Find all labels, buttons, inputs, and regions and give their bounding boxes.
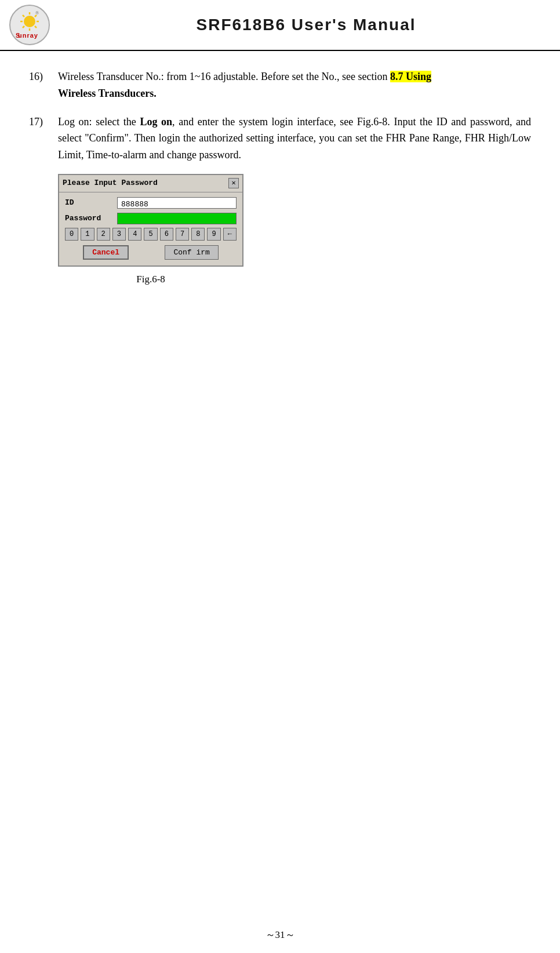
page-title: SRF618B6 User's Manual (61, 16, 551, 34)
highlight-section-ref: 8.7 Using (390, 71, 431, 82)
list-number-16: 16) (29, 68, 58, 102)
cancel-button[interactable]: Cancel (83, 245, 129, 260)
dialog-body: ID 888888 Password 0 1 2 (59, 192, 242, 266)
dialog-id-label: ID (65, 197, 117, 209)
key-6[interactable]: 6 (160, 228, 173, 241)
dialog-id-value[interactable]: 888888 (117, 197, 237, 209)
key-backspace[interactable]: ← (223, 228, 237, 241)
dialog-close-button[interactable]: ✕ (228, 178, 239, 188)
svg-text:S: S (16, 32, 20, 39)
key-0[interactable]: 0 (65, 228, 78, 241)
svg-line-6 (35, 26, 37, 28)
dialog-password-label: Password (65, 213, 117, 225)
log-on-bold: Log on (140, 116, 172, 128)
key-5[interactable]: 5 (144, 228, 157, 241)
dialog-screenshot-container: Please Input Password ✕ ID 888888 (58, 174, 531, 288)
logo-circle: ® unray S (9, 5, 50, 45)
dialog-password-field[interactable] (117, 213, 237, 224)
key-1[interactable]: 1 (81, 228, 94, 241)
list-body-16: Wireless Transducer No.: from 1~16 adjus… (58, 68, 531, 102)
key-2[interactable]: 2 (97, 228, 110, 241)
fig-caption: Fig.6-8 (58, 271, 243, 287)
confirm-button[interactable]: Conf irm (165, 245, 218, 260)
dialog-keypad: 0 1 2 3 4 5 6 7 8 9 ← (65, 228, 237, 241)
dialog-action-buttons: Cancel Conf irm (65, 245, 237, 260)
list-item-16: 16) Wireless Transducer No.: from 1~16 a… (29, 68, 531, 102)
page-number: ～31～ (266, 929, 295, 940)
list-item-17: 17) Log on: select the Log on, and enter… (29, 114, 531, 293)
list-number-17: 17) (29, 114, 58, 293)
wireless-transducers-label: Wireless Transducers. (58, 88, 157, 99)
svg-line-5 (23, 15, 24, 17)
svg-line-8 (23, 26, 24, 28)
key-7[interactable]: 7 (176, 228, 189, 241)
page-header: ® unray S SRF618B6 User's Manual (0, 0, 560, 51)
logo-container: ® unray S (9, 5, 50, 45)
key-3[interactable]: 3 (112, 228, 126, 241)
page-content: 16) Wireless Transducer No.: from 1~16 a… (0, 57, 560, 328)
dialog-title-text: Please Input Password (63, 177, 158, 190)
dialog-password-row: Password (65, 213, 237, 225)
list-body-17: Log on: select the Log on, and enter the… (58, 114, 531, 293)
password-dialog: Please Input Password ✕ ID 888888 (58, 174, 243, 267)
dialog-id-row: ID 888888 (65, 197, 237, 209)
page-footer: ～31～ (0, 928, 560, 941)
dialog-titlebar: Please Input Password ✕ (59, 175, 242, 192)
key-8[interactable]: 8 (191, 228, 205, 241)
svg-text:®: ® (35, 10, 39, 16)
svg-text:unray: unray (18, 32, 38, 39)
key-9[interactable]: 9 (207, 228, 220, 241)
close-icon: ✕ (231, 178, 235, 189)
logo-inner: ® unray S (13, 9, 46, 41)
svg-point-0 (24, 16, 35, 27)
key-4[interactable]: 4 (128, 228, 141, 241)
sunray-logo-svg: ® unray S (13, 9, 46, 41)
